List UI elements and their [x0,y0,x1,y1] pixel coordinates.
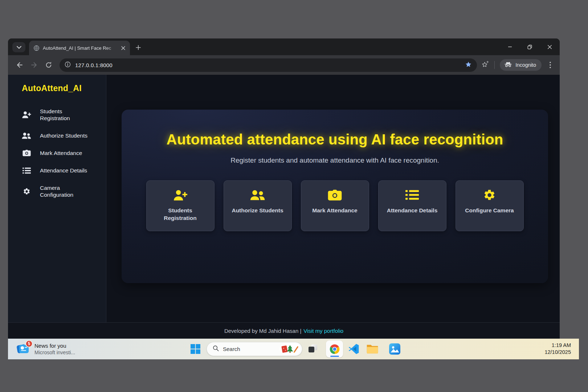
desktop: AutoAttend_AI | Smart Face Rec [0,0,588,392]
minimize-button[interactable] [500,38,520,55]
sidebar-item-students-registration[interactable]: Students Registration [22,108,106,122]
plus-icon [136,45,141,51]
sidebar-item-label: Camera Configuration [40,184,91,198]
tab-close-icon[interactable] [120,45,126,51]
camera-icon [22,150,31,156]
page-title: Automated attendance using AI face recog… [122,131,548,148]
card-configure-camera[interactable]: Configure Camera [456,180,524,231]
browser-menu-icon[interactable] [545,62,555,68]
news-subtitle: Microsoft investi... [34,349,75,356]
list-icon [22,167,31,174]
window-controls [500,38,560,55]
tab-strip: AutoAttend_AI | Smart Face Rec [8,38,560,55]
sidebar-item-label: Authorize Students [40,132,87,139]
people-icon [22,132,31,139]
new-tab-button[interactable] [133,42,144,53]
action-cards: Students Registration [122,180,548,231]
incognito-badge[interactable]: Incognito [500,59,542,71]
news-icon: 5 [16,342,30,356]
bookmark-star-icon[interactable] [465,61,472,69]
photos-app-icon[interactable] [389,343,400,355]
portfolio-link[interactable]: Visit my portfolio [303,328,343,334]
list-icon [405,188,419,202]
hero-panel: Automated attendance using AI face recog… [122,110,548,283]
forward-button[interactable] [28,59,40,71]
incognito-label: Incognito [515,62,536,68]
sidebar-item-label: Students Registration [40,108,91,122]
sidebar-item-label: Mark Attendance [40,150,82,156]
card-label: Students Registration [151,207,209,222]
sidebar-item-attendance-details[interactable]: Attendance Details [22,167,106,174]
collections-star-icon[interactable] [481,61,489,69]
news-widget[interactable]: 5 News for you Microsoft investi... [16,342,75,356]
card-authorize-students[interactable]: Authorize Students [224,180,292,231]
task-view-icon[interactable] [309,344,318,353]
toolbar-right: Incognito [481,59,555,71]
tab-search-button[interactable] [12,42,25,52]
start-button-icon[interactable] [191,344,200,354]
footer-credit: Developed by Md Jahid Hasan | [224,328,301,334]
address-bar[interactable]: 127.0.0.1:8000 [60,58,477,72]
search-icon [213,345,219,353]
sidebar-item-authorize-students[interactable]: Authorize Students [22,132,106,139]
taskbar: 5 News for you Microsoft investi... [8,339,579,359]
toolbar-divider [494,61,495,69]
seasonal-art-icon [279,343,301,355]
sidebar: AutoAttend_AI Students Registration [8,75,106,322]
browser-toolbar: 127.0.0.1:8000 [8,55,560,75]
web-page: AutoAttend_AI Students Registration [8,75,560,339]
incognito-icon [504,62,512,68]
brand-title: AutoAttend_AI [22,83,106,93]
search-label: Search [223,346,279,352]
back-button[interactable] [13,59,26,71]
site-info-icon[interactable] [65,61,71,69]
news-badge: 5 [25,340,33,347]
browser-tab[interactable]: AutoAttend_AI | Smart Face Rec [29,41,130,55]
sidebar-item-camera-configuration[interactable]: Camera Configuration [22,184,106,198]
sidebar-item-mark-attendance[interactable]: Mark Attendance [22,150,106,156]
browser-window: AutoAttend_AI | Smart Face Rec [8,38,560,339]
main-content: Automated attendance using AI face recog… [106,75,560,322]
clock-time: 1:19 AM [552,342,571,348]
search-box[interactable]: Search [207,342,302,356]
card-attendance-details[interactable]: Attendance Details [378,180,446,231]
gear-icon [22,188,31,195]
page-subtitle: Register students and automate attendanc… [122,156,548,164]
card-label: Attendance Details [387,207,438,214]
restore-button[interactable] [520,38,540,55]
clock[interactable]: 1:19 AM 12/10/2025 [544,342,571,356]
page-footer: Developed by Md Jahid Hasan | Visit my p… [8,322,560,339]
card-students-registration[interactable]: Students Registration [146,180,215,231]
globe-favicon-icon [33,45,40,51]
clock-date: 12/10/2025 [544,349,571,355]
people-icon [250,188,265,202]
chrome-taskbar-icon[interactable] [326,340,343,358]
card-mark-attendance[interactable]: Mark Attendance [301,180,369,231]
vscode-taskbar-icon[interactable] [348,343,359,355]
camera-icon [328,188,342,202]
file-explorer-icon[interactable] [366,344,379,354]
reload-button[interactable] [42,59,55,71]
tab-title: AutoAttend_AI | Smart Face Rec [43,45,120,51]
close-button[interactable] [540,38,560,55]
card-label: Authorize Students [232,207,283,214]
chevron-down-icon [17,45,21,50]
gear-icon [483,188,496,202]
url-text: 127.0.0.1:8000 [75,62,113,68]
sidebar-item-label: Attendance Details [40,167,87,174]
news-title: News for you [34,342,75,349]
card-label: Mark Attendance [312,207,357,214]
active-app-indicator [330,356,339,357]
card-label: Configure Camera [465,207,514,214]
person-plus-icon [22,111,31,118]
person-plus-icon [173,188,188,202]
